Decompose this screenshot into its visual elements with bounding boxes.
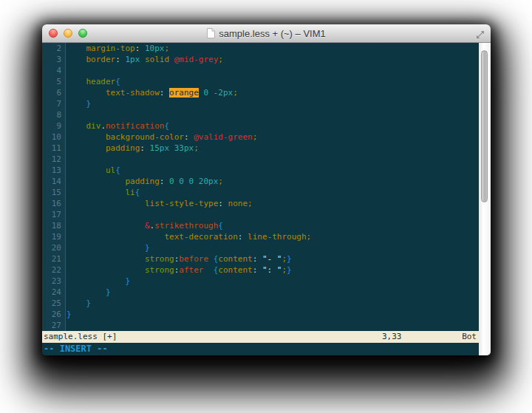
code-token: @valid-green <box>194 132 252 142</box>
code-line: 27 <box>42 320 479 331</box>
code-line: 22 strong:after {content: ": ";} <box>42 264 479 276</box>
code-token: strikethrough <box>154 221 218 231</box>
code-text <box>66 109 66 120</box>
code-token: 10px <box>145 44 165 53</box>
code-token <box>66 287 106 297</box>
code-token: { <box>115 77 120 86</box>
code-token: : <box>184 132 189 142</box>
code-line: 14 padding: 0 0 0 20px; <box>42 176 479 187</box>
code-token <box>184 177 189 186</box>
scrollbar-track[interactable] <box>479 43 491 355</box>
code-token <box>145 143 150 153</box>
code-token: border <box>86 55 116 64</box>
code-token <box>66 44 86 53</box>
code-token: "- " <box>262 254 282 264</box>
code-text: } <box>66 298 91 309</box>
code-token <box>169 55 174 64</box>
code-token: 20px <box>199 177 219 186</box>
code-token: 1px <box>126 55 140 64</box>
code-token: ; <box>164 44 169 53</box>
code-text <box>66 65 66 76</box>
code-text: strong:before {content: "- ";} <box>66 253 292 264</box>
code-text: text-decoration: line-through; <box>66 231 311 242</box>
scrollbar-thumb[interactable] <box>481 50 488 202</box>
status-filename: sample.less [+] <box>44 332 117 341</box>
code-token: content <box>218 254 252 264</box>
zoom-button[interactable] <box>78 29 87 38</box>
code-token: { <box>164 121 169 131</box>
code-token: } <box>287 265 292 275</box>
code-token <box>223 199 228 208</box>
code-token <box>203 265 213 275</box>
code-line: 11 padding: 15px 33px; <box>42 143 479 154</box>
code-token: before <box>179 254 208 264</box>
traffic-lights <box>49 29 87 38</box>
code-line: 6 text-shadow: orange 0 -2px; <box>42 87 479 98</box>
line-number: 21 <box>42 253 66 264</box>
code-lines[interactable]: 2 margin-top: 10px;3 border: 1px solid @… <box>42 43 479 331</box>
code-token <box>120 55 126 64</box>
line-number: 17 <box>42 209 66 220</box>
code-token <box>66 165 106 175</box>
code-token: ; <box>218 55 223 64</box>
code-line: 5 header{ <box>42 76 479 87</box>
close-button[interactable] <box>49 29 58 38</box>
code-token: } <box>125 276 130 286</box>
code-token: background-color <box>106 132 184 142</box>
code-line: 7 } <box>42 98 479 109</box>
code-token <box>169 143 174 153</box>
code-token: ul <box>106 165 115 175</box>
code-token: & <box>145 221 150 231</box>
line-number: 15 <box>42 187 66 198</box>
code-token <box>208 88 214 98</box>
code-token: 33px <box>174 143 194 153</box>
code-line: 8 <box>42 109 479 120</box>
code-token: } <box>287 254 292 264</box>
resize-icon[interactable] <box>476 29 485 38</box>
code-token: } <box>86 298 92 308</box>
code-token <box>66 177 125 186</box>
code-line: 25 } <box>42 298 479 309</box>
code-token <box>66 88 106 98</box>
code-token <box>66 55 86 64</box>
code-token: notification <box>106 121 164 131</box>
code-line: 2 margin-top: 10px; <box>42 43 479 54</box>
code-text: div.notification{ <box>66 120 169 132</box>
code-token: : <box>218 199 223 208</box>
line-number: 25 <box>42 298 66 309</box>
line-number: 8 <box>42 109 66 120</box>
code-text: li{ <box>66 187 140 198</box>
line-number: 12 <box>42 154 66 165</box>
code-text: padding: 15px 33px; <box>66 143 199 154</box>
code-token <box>140 44 145 53</box>
code-token: padding <box>106 143 140 153</box>
code-token <box>66 121 86 131</box>
code-token <box>66 77 86 86</box>
line-number: 22 <box>42 264 66 276</box>
code-text: } <box>66 309 72 320</box>
code-line: 3 border: 1px solid @mid-grey; <box>42 54 479 65</box>
code-token: -2px <box>214 88 233 98</box>
code-token: none <box>228 199 248 208</box>
minimize-button[interactable] <box>64 29 72 38</box>
code-text: border: 1px solid @mid-grey; <box>66 54 223 65</box>
titlebar[interactable]: sample.less + (~) – VIM1 <box>42 24 491 43</box>
code-token: ; <box>307 232 312 242</box>
code-line: 17 <box>42 209 479 220</box>
code-line: 19 text-decoration: line-through; <box>42 231 479 242</box>
line-number: 19 <box>42 231 66 242</box>
code-text: } <box>66 276 130 287</box>
status-scroll-indicator: Bot <box>462 331 477 343</box>
line-number: 23 <box>42 276 66 287</box>
code-line: 10 background-color: @valid-green; <box>42 132 479 143</box>
vim-area: 2 margin-top: 10px;3 border: 1px solid @… <box>42 43 491 355</box>
code-token: 0 <box>169 177 174 186</box>
code-token: ": " <box>262 265 282 275</box>
code-token: list-style-type <box>145 199 218 208</box>
code-text <box>66 209 66 220</box>
code-text: padding: 0 0 0 20px; <box>66 176 223 187</box>
code-token: strong <box>145 254 174 264</box>
code-token: content <box>218 265 252 275</box>
code-token <box>194 177 199 186</box>
code-token: { <box>135 188 140 197</box>
